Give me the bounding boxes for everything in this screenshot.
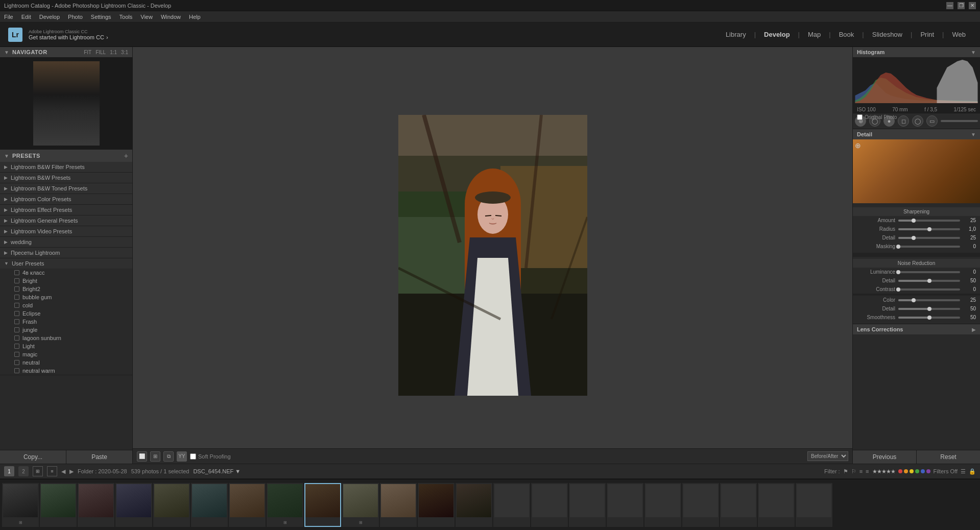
page-1[interactable]: 1 [4,466,14,476]
preset-item-eclipse[interactable]: Eclipse [0,309,132,318]
module-map[interactable]: Map [802,29,827,40]
module-book[interactable]: Book [833,29,861,40]
preset-item-frash[interactable]: Frash [0,318,132,326]
preset-group-bw-header[interactable]: ▶ Lightroom B&W Presets [0,173,132,183]
nr-smoothness-slider[interactable] [898,317,960,319]
preset-item-magic[interactable]: magic [0,350,132,358]
histogram-header[interactable]: Histogram ▼ [853,47,980,57]
preset-group-bw-toned-header[interactable]: ▶ Lightroom B&W Toned Presets [0,183,132,194]
preset-group-effect-header[interactable]: ▶ Lightroom Effect Presets [0,205,132,215]
nav-next[interactable]: ▶ [69,468,74,475]
luminance-slider[interactable] [898,271,960,273]
film-thumb-18[interactable] [644,483,681,527]
crosshair-icon[interactable]: ⊕ [855,141,861,150]
paste-button[interactable]: Paste [66,450,132,464]
survey-btn[interactable]: YY [177,451,187,462]
close-button[interactable]: ✕ [969,2,976,9]
preset-group-wedding-header[interactable]: ▶ wedding [0,237,132,247]
detail-slider[interactable] [898,237,960,239]
compare-view[interactable]: ≡ [47,466,57,476]
filter-settings[interactable]: ☰ [961,468,966,475]
add-preset-button[interactable]: + [124,152,128,160]
film-thumb-5[interactable] [153,483,190,527]
preset-item-bright[interactable]: Bright [0,277,132,285]
film-thumb-4[interactable] [115,483,152,527]
presets-header[interactable]: ▼ Presets + [0,150,132,162]
menu-develop[interactable]: Develop [39,14,60,20]
menu-edit[interactable]: Edit [21,14,31,20]
nav-prev[interactable]: ◀ [61,468,65,475]
navigator-header[interactable]: ▼ Navigator FIT FILL 1:1 3:1 [0,47,132,57]
menu-view[interactable]: View [140,14,153,20]
preset-group-user-header[interactable]: ▼ User Presets [0,258,132,269]
nr-color-slider[interactable] [898,299,960,301]
original-photo-checkbox[interactable] [857,114,863,120]
filename[interactable]: DSC_6454.NEF ▼ [193,468,241,474]
masking-slider[interactable] [898,246,960,248]
preset-group-russian-header[interactable]: ▶ Пресеты Lightroom [0,248,132,258]
reset-button[interactable]: Reset [917,450,980,464]
film-thumb-17[interactable] [607,483,643,527]
film-thumb-14[interactable] [493,483,530,527]
preset-item-cold[interactable]: cold [0,301,132,309]
copy-button[interactable]: Copy... [0,450,66,464]
star-rating[interactable]: ★★★★★ [872,468,895,475]
blue-dot[interactable] [921,469,925,473]
module-print[interactable]: Print [914,29,940,40]
develop-mode-select[interactable]: Before/After [807,451,848,461]
preset-group-color-header[interactable]: ▶ Lightroom Color Presets [0,194,132,204]
preset-group-video-header[interactable]: ▶ Lightroom Video Presets [0,226,132,236]
radius-slider[interactable] [898,228,960,230]
sort-filter-2[interactable]: ≡ [866,468,869,474]
red-dot[interactable] [898,469,902,473]
compare-btn[interactable]: ⧉ [163,451,174,462]
preset-item-jungle[interactable]: jungle [0,326,132,334]
flag-filter[interactable]: ⚑ [843,468,848,475]
menu-settings[interactable]: Settings [91,14,111,20]
detail-panel-header[interactable]: Detail ▼ [853,129,980,139]
menu-tools[interactable]: Tools [119,14,133,20]
module-slideshow[interactable]: Slideshow [866,29,909,40]
zoom-fill[interactable]: FILL [95,50,106,55]
film-thumb-6[interactable] [191,483,228,527]
film-thumb-19[interactable] [682,483,719,527]
page-2[interactable]: 2 [18,466,29,476]
film-thumb-2[interactable] [40,483,77,527]
flag-filter-2[interactable]: ⚐ [851,468,856,475]
maximize-button[interactable]: ❐ [958,2,965,9]
crop-tool[interactable]: ⬜ [137,451,147,462]
preset-item-neutral[interactable]: neutral [0,358,132,367]
orange-dot[interactable] [904,469,908,473]
film-thumb-1[interactable]: ⊞ [2,483,39,527]
module-web[interactable]: Web [946,29,972,40]
zoom-fit[interactable]: FIT [84,50,91,55]
filter-lock[interactable]: 🔒 [969,468,976,475]
preset-item-light[interactable]: Light [0,342,132,350]
film-thumb-12[interactable] [418,483,455,527]
film-thumb-3[interactable] [78,483,114,527]
yellow-dot[interactable] [910,469,914,473]
film-thumb-13[interactable] [456,483,492,527]
film-thumb-8[interactable]: ⊞ [267,483,303,527]
grid-view-btn[interactable]: ⊞ [150,451,160,462]
lens-corrections-header[interactable]: Lens Corrections ▶ [853,324,980,334]
film-thumb-7[interactable] [229,483,266,527]
film-thumb-20[interactable] [720,483,757,527]
menu-file[interactable]: File [4,14,13,20]
module-library[interactable]: Library [720,29,752,40]
preset-group-general-header[interactable]: ▶ Lightroom General Presets [0,215,132,226]
film-thumb-11[interactable] [380,483,417,527]
green-dot[interactable] [915,469,919,473]
amount-slider[interactable] [898,220,960,222]
sort-filter[interactable]: ≡ [859,468,863,474]
nr-detail-slider[interactable] [898,280,960,282]
menu-photo[interactable]: Photo [68,14,83,20]
preset-item-4v[interactable]: 4в класс [0,269,132,277]
preset-group-bw-filter-header[interactable]: ▶ Lightroom B&W Filter Presets [0,162,132,172]
film-thumb-21[interactable] [758,483,795,527]
module-develop[interactable]: Develop [758,29,796,40]
minimize-button[interactable]: — [946,2,953,9]
zoom-3-1[interactable]: 3:1 [121,50,128,55]
film-thumb-10[interactable]: ⊞ [342,483,379,527]
nr-color-detail-slider[interactable] [898,308,960,310]
